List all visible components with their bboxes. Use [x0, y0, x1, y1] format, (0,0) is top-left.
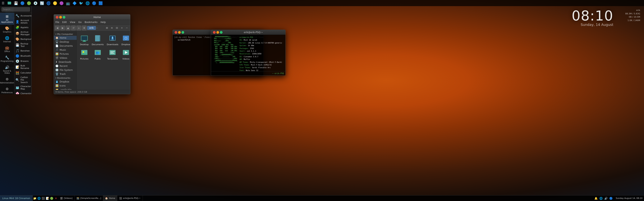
panel-app-4[interactable]: 🟢 [26, 0, 32, 6]
term-minimize-button[interactable]: − [178, 31, 181, 34]
panel-app-2[interactable]: 💾 [13, 0, 19, 6]
fm-menu-edit[interactable]: Edit [62, 21, 67, 23]
fm-file-pictures[interactable]: Pictures [79, 48, 89, 61]
app-banshee[interactable]: 🎵 Banshee [14, 48, 32, 53]
fm-close-button[interactable]: × [56, 16, 58, 18]
fm-sidebar-recent[interactable]: 🕐Recent [54, 64, 77, 68]
sf-minimize-button[interactable]: − [216, 31, 219, 34]
fm-path-user[interactable]: erik [87, 26, 96, 30]
taskbar-clock[interactable]: Sunday August 14, 08:10 [614, 197, 644, 200]
cat-sound-video[interactable]: 🔊 Sound & Video [0, 64, 14, 76]
fm-file-public[interactable]: 👥 Public [91, 48, 104, 61]
fm-sidebar-videos[interactable]: 🎬Videos [54, 56, 77, 60]
fm-home-button[interactable]: ⌂ [76, 26, 81, 30]
fm-menu-view[interactable]: View [70, 21, 75, 23]
taskbar-icon-browser[interactable]: 🌐 [37, 196, 41, 201]
fm-maximize-button[interactable]: + [63, 16, 65, 18]
fm-menu-file[interactable]: File [56, 21, 59, 23]
tray-icon-updates[interactable]: 🔔 [594, 196, 598, 201]
fm-zoom-out[interactable]: − [125, 26, 129, 30]
fm-sidebar-downloads[interactable]: ⬇️Downloads [54, 60, 77, 64]
cat-all-apps[interactable]: ⊞ All Applications [0, 13, 14, 25]
cat-office[interactable]: 💼 Office [0, 44, 14, 54]
fm-up-button[interactable]: ▲ [66, 26, 70, 30]
panel-app-14[interactable]: 🔵 [91, 0, 97, 6]
panel-app-9[interactable]: 🟣 [59, 0, 64, 6]
fm-sidebar-desktop[interactable]: 🖥️Desktop [54, 40, 77, 44]
app-bulk-rename[interactable]: 📝 Bulk Rename [14, 64, 32, 70]
cat-programming[interactable]: 🔧 Programming [0, 54, 14, 64]
taskbar-app-screencap[interactable]: 📸 [SimpleScreenRe...] [74, 196, 103, 201]
fm-view-list[interactable]: ≡ [110, 26, 114, 30]
term-maximize-button[interactable]: + [182, 31, 184, 34]
fm-menu-bookmarks[interactable]: Bookmarks [84, 21, 97, 23]
fm-back-button[interactable]: ◀ [55, 26, 60, 30]
panel-app-5[interactable]: 💿 [32, 0, 38, 6]
panel-app-7[interactable]: 🌀 [46, 0, 51, 6]
sf-maximize-button[interactable]: + [220, 31, 222, 34]
panel-app-3[interactable]: 🔵 [20, 0, 25, 6]
panel-app-8[interactable]: 🟡 [52, 0, 58, 6]
fm-forward-button[interactable]: ▶ [60, 26, 65, 30]
fm-view-compact[interactable]: ⊟ [115, 26, 119, 30]
cat-internet[interactable]: 🌐 Internet [0, 34, 14, 44]
fm-sidebar-music[interactable]: 🎵Music [54, 48, 77, 52]
taskbar-app-home[interactable]: 🏠 Home [103, 196, 117, 201]
fm-sidebar-documents[interactable]: 📄Documents [54, 44, 77, 48]
app-clementine[interactable]: 🌸 Clementine [14, 91, 32, 94]
fm-sidebar-icons[interactable]: 🖼️Icons [54, 84, 77, 88]
term-close-button[interactable]: × [174, 31, 177, 34]
taskbar-icon-files[interactable]: 📁 [33, 196, 37, 201]
app-catfish[interactable]: 🔍 Catfish File Search [14, 75, 32, 84]
panel-app-11[interactable]: 🔷 [72, 0, 78, 6]
fm-view-icons[interactable]: ⊞ [105, 26, 109, 30]
taskbar-start-button[interactable]: Linux Mint 18 Cinnamon [0, 196, 33, 201]
app-search-input[interactable] [2, 7, 30, 11]
fm-file-videos[interactable]: Videos [121, 48, 130, 61]
tray-icon-bluetooth[interactable]: 🔵 [609, 196, 613, 201]
panel-app-10[interactable]: 📺 [65, 0, 71, 6]
panel-app-files[interactable] [6, 0, 12, 6]
cat-graphics[interactable]: 🎨 Graphics [0, 25, 14, 34]
app-applets[interactable]: 🧩 Applets [14, 25, 32, 30]
fm-reload-button[interactable]: ↺ [71, 26, 76, 30]
taskbar-icon-editor[interactable]: 📝 [46, 196, 50, 201]
fm-file-desktop[interactable]: Desktop [79, 34, 89, 46]
fm-sidebar-home[interactable]: 🏠Home [54, 36, 77, 40]
tray-icon-volume[interactable]: 🔊 [604, 196, 608, 201]
app-backup[interactable]: 💾 Backup Tool [14, 42, 32, 48]
app-accessories[interactable]: 🔧 Accessories [14, 13, 32, 18]
panel-app-6[interactable]: 🔄 [39, 0, 45, 6]
fm-sidebar-dropbox[interactable]: 💧Dropbox [54, 80, 77, 84]
fm-file-dropbox[interactable]: ⬡ Dropbox [121, 34, 130, 46]
app-brasero[interactable]: 💿 Brasero [14, 59, 32, 64]
fm-sidebar-pictures[interactable]: 🖼️Pictures [54, 52, 77, 56]
taskbar-icon-mint[interactable]: 🟢 [50, 196, 54, 201]
taskbar-app-terminal[interactable]: ⬛ erik@erik-PSQ:~ [117, 196, 143, 201]
fm-minimize-button[interactable]: − [59, 16, 62, 18]
cat-administration[interactable]: ⚙️ Administration [0, 76, 14, 85]
tray-icon-network[interactable]: 🌐 [599, 196, 603, 201]
fm-menu-go[interactable]: Go [78, 21, 82, 23]
app-backgrounds[interactable]: 🎨 Backgrounds [14, 36, 32, 42]
app-account[interactable]: 👤 Account details [14, 18, 32, 25]
fm-sidebar-trash[interactable]: 🗑️Trash [54, 72, 77, 76]
fm-file-templates[interactable]: Templates [106, 48, 119, 61]
fm-zoom-in[interactable]: + [120, 26, 124, 30]
panel-app-15[interactable]: 🟦 [98, 0, 104, 6]
panel-app-12[interactable]: 🐦 [78, 0, 84, 6]
fm-computer-button[interactable]: 🖥 [82, 26, 86, 30]
fm-menu-help[interactable]: Help [100, 21, 106, 23]
app-bluetooth[interactable]: 🔵 Bluetooth [14, 53, 32, 59]
fm-sidebar-applications[interactable]: 📁.applicatio... [54, 88, 77, 90]
cat-preferences[interactable]: ⚙️ Preferences [0, 85, 14, 94]
app-calculator[interactable]: 🧮 Calculator [14, 70, 32, 75]
panel-menu-button[interactable]: ☰ [0, 0, 6, 6]
app-charmap[interactable]: 🗺️ Character Map [14, 84, 32, 91]
taskbar-app-videos[interactable]: 🎬 [Videos] [58, 196, 74, 201]
taskbar-icon-terminal[interactable]: ⬛ [41, 196, 46, 201]
sf-close-button[interactable]: × [213, 31, 216, 34]
fm-file-downloads[interactable]: Downloads [106, 34, 119, 46]
taskbar-icon-x[interactable]: ✕ [54, 196, 58, 201]
fm-file-documents[interactable]: Documents [91, 34, 104, 46]
